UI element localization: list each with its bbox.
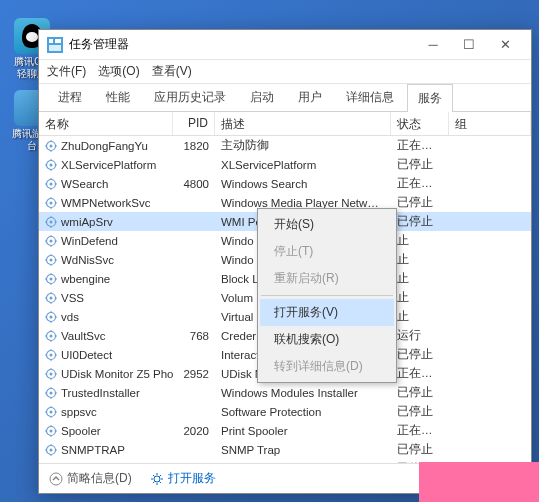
svg-point-17	[50, 258, 53, 261]
svg-point-13	[50, 220, 53, 223]
svg-point-15	[50, 239, 53, 242]
table-row[interactable]: Spooler2020Print Spooler正在运行	[39, 421, 531, 440]
table-row[interactable]: ZhuDongFangYu1820主动防御正在运行	[39, 136, 531, 155]
svg-point-31	[50, 391, 53, 394]
svg-rect-2	[55, 39, 61, 43]
svg-point-25	[50, 334, 53, 337]
titlebar: 任务管理器 ─ ☐ ✕	[39, 30, 531, 60]
table-row[interactable]: SNMPTRAPSNMP Trap已停止	[39, 440, 531, 459]
svg-point-44	[50, 473, 62, 485]
menubar: 文件(F) 选项(O) 查看(V)	[39, 60, 531, 84]
table-row[interactable]: WSearch4800Windows Search正在运行	[39, 174, 531, 193]
menu-file[interactable]: 文件(F)	[47, 63, 86, 80]
tab-3[interactable]: 启动	[239, 83, 285, 111]
menu-options[interactable]: 选项(O)	[98, 63, 139, 80]
svg-point-35	[50, 429, 53, 432]
minimize-button[interactable]: ─	[415, 31, 451, 59]
window-title: 任务管理器	[69, 36, 415, 53]
svg-point-5	[50, 144, 53, 147]
overlay-block	[419, 462, 539, 502]
task-manager-window: 任务管理器 ─ ☐ ✕ 文件(F) 选项(O) 查看(V) 进程性能应用历史记录…	[38, 29, 532, 494]
table-header: 名称 PID 描述 状态 组	[39, 112, 531, 136]
app-icon	[47, 37, 63, 53]
menu-separator	[261, 295, 393, 296]
close-button[interactable]: ✕	[487, 31, 523, 59]
menu-item[interactable]: 联机搜索(O)	[260, 326, 394, 353]
svg-point-37	[50, 448, 53, 451]
svg-rect-1	[49, 39, 53, 43]
svg-point-21	[50, 296, 53, 299]
menu-item[interactable]: 打开服务(V)	[260, 299, 394, 326]
svg-point-11	[50, 201, 53, 204]
tab-6[interactable]: 服务	[407, 84, 453, 112]
svg-point-45	[154, 476, 160, 482]
tab-2[interactable]: 应用历史记录	[143, 83, 237, 111]
menu-item: 转到详细信息(D)	[260, 353, 394, 380]
svg-point-23	[50, 315, 53, 318]
maximize-button[interactable]: ☐	[451, 31, 487, 59]
column-status[interactable]: 状态	[391, 112, 449, 135]
column-name[interactable]: 名称	[39, 112, 173, 135]
brief-info-button[interactable]: 简略信息(D)	[49, 470, 132, 487]
svg-rect-3	[49, 45, 61, 51]
tab-1[interactable]: 性能	[95, 83, 141, 111]
chevron-up-icon	[49, 472, 63, 486]
tabs: 进程性能应用历史记录启动用户详细信息服务	[39, 84, 531, 112]
menu-item[interactable]: 开始(S)	[260, 211, 394, 238]
table-row[interactable]: TrustedInstallerWindows Modules Installe…	[39, 383, 531, 402]
svg-point-27	[50, 353, 53, 356]
menu-item: 重新启动(R)	[260, 265, 394, 292]
tab-0[interactable]: 进程	[47, 83, 93, 111]
svg-point-7	[50, 163, 53, 166]
column-group[interactable]: 组	[449, 112, 531, 135]
tab-5[interactable]: 详细信息	[335, 83, 405, 111]
context-menu: 开始(S)停止(T)重新启动(R)打开服务(V)联机搜索(O)转到详细信息(D)	[257, 208, 397, 383]
table-row[interactable]: sppsvcSoftware Protection已停止	[39, 402, 531, 421]
menu-item: 停止(T)	[260, 238, 394, 265]
svg-point-9	[50, 182, 53, 185]
menu-view[interactable]: 查看(V)	[152, 63, 192, 80]
column-desc[interactable]: 描述	[215, 112, 391, 135]
column-pid[interactable]: PID	[173, 112, 215, 135]
open-services-link[interactable]: 打开服务	[150, 470, 216, 487]
svg-point-19	[50, 277, 53, 280]
table-row[interactable]: XLServicePlatformXLServicePlatform已停止	[39, 155, 531, 174]
gear-icon	[150, 472, 164, 486]
svg-point-29	[50, 372, 53, 375]
svg-point-33	[50, 410, 53, 413]
tab-4[interactable]: 用户	[287, 83, 333, 111]
